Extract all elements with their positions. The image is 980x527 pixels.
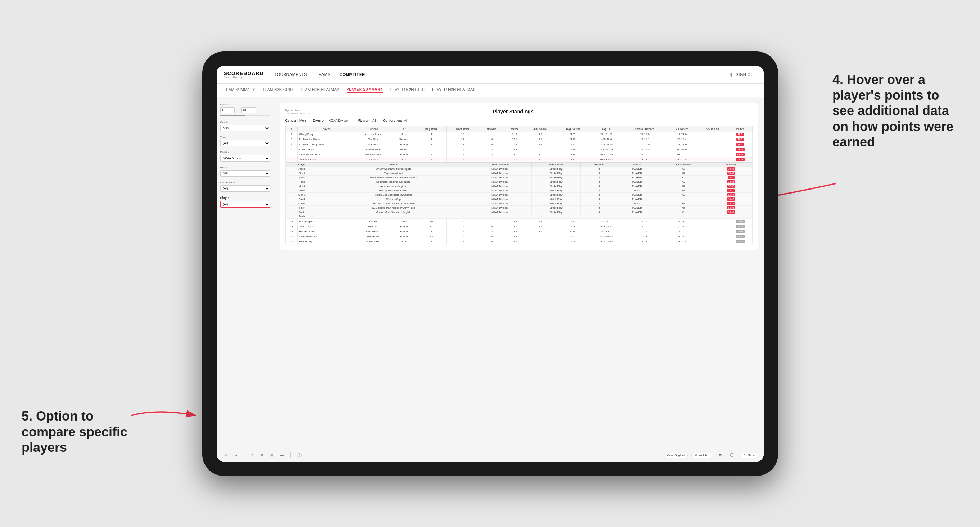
col-avg-par: Avg. to Par [556, 126, 590, 132]
col-num: # [285, 126, 298, 132]
update-date: 27/01/2024 16:56:26 [285, 112, 310, 115]
nav-committee[interactable]: COMMITTEE [339, 72, 365, 77]
points-badge-22: 40.68 [736, 220, 745, 223]
toolbar-copy[interactable]: ⧉ [258, 452, 265, 458]
filter-gender-value: Men [299, 119, 306, 122]
sign-out-link[interactable]: Sign out [736, 72, 756, 77]
no-rds-min-input[interactable] [220, 107, 235, 113]
nav-teams[interactable]: TEAMS [316, 72, 330, 77]
w-points-2: 53.60 [727, 171, 735, 175]
left-arrow [128, 405, 200, 426]
points-badge-26: 38.49 [736, 240, 745, 243]
sub-team-h2h-heatmap[interactable]: TEAM H2H HEATMAP [300, 88, 339, 92]
table-row: 24 Bastien Amat New Mexico Fourth 1 27 2… [285, 229, 752, 234]
eye-icon: 👁 [695, 454, 697, 457]
tooltip-row-2: Gordi Tiger Invitational NCAA Division I… [286, 171, 752, 175]
col-reg-rank: Reg Rank [416, 126, 447, 132]
sidebar-no-rds-section: No Rds. — [220, 103, 270, 116]
no-rds-max-input[interactable] [242, 107, 256, 113]
w-points-3: 46.7 [728, 176, 735, 179]
no-rds-slider[interactable] [220, 115, 270, 116]
toolbar-right: View: Original 👁 Watch ▾ ⚑ 💬 ↗ Share [663, 452, 758, 458]
sidebar-year-section: Year (All) [220, 136, 270, 146]
toolbar-comment[interactable]: 💬 [728, 452, 737, 458]
w-points-10: 56.38 [727, 206, 735, 210]
toolbar-grid[interactable]: ⊞ [268, 452, 275, 458]
sub-player-summary[interactable]: PLAYER SUMMARY [347, 87, 383, 93]
watch-label: Watch [699, 454, 707, 457]
col-no-rds: No Rds. [479, 126, 505, 132]
chevron-down-icon: ▾ [708, 454, 710, 457]
sub-player-h2h-heatmap[interactable]: PLAYER H2H HEATMAP [432, 88, 476, 92]
watch-btn[interactable]: 👁 Watch ▾ [691, 452, 713, 458]
w-points-8: 30.47 [727, 197, 735, 201]
toolbar-sep-1 [243, 452, 244, 458]
share-btn[interactable]: ↗ Share [740, 452, 758, 458]
player-select[interactable]: (All) [220, 201, 270, 208]
update-time-block: Update time: 27/01/2024 16:56:26 [285, 109, 310, 115]
points-badge-23: 40.27 [736, 225, 745, 228]
division-label: Division [220, 151, 270, 154]
col-conf-rank: Conf Rank [447, 126, 479, 132]
col-points: Points [728, 126, 752, 132]
view-original-btn[interactable]: View: Original [663, 452, 688, 458]
update-time-label: Update time: [285, 109, 310, 112]
w-points-9: 25.38 [727, 202, 735, 205]
table-row: 26 Petr Hruby Washington Fifth 7 23 0 69… [285, 239, 752, 244]
w-points-1: 20.64 [727, 167, 735, 170]
outer-wrapper: 5. Option to compare specific players 4.… [0, 0, 980, 527]
content-area: Update time: 27/01/2024 16:56:26 Player … [274, 97, 764, 449]
standings-card: Update time: 27/01/2024 16:56:26 Player … [280, 103, 758, 250]
filter-conference-value: All [404, 119, 407, 122]
card-header: Update time: 27/01/2024 16:56:26 Player … [285, 109, 752, 115]
table-row: 23 Jack Lundin Missouri Fourth 11 24 0 6… [285, 224, 752, 229]
sidebar-region-section: Region N/A [220, 166, 270, 177]
tooltip-row-3: Brent Wake Forest Invitational at Pinehu… [286, 175, 752, 179]
conference-select[interactable]: (All) [220, 185, 270, 192]
region-label: Region [220, 166, 270, 169]
tooltip-row-10: Tiger SEC Stroke Play hosted by Jerry Pa… [286, 205, 752, 210]
toolbar-redo[interactable]: ↪ [232, 452, 239, 458]
sidebar-player-section: Player (All) [220, 196, 270, 208]
table-row-highlighted: 6 Jackson Koivu Auburn First 2 27 1 67.5… [285, 157, 752, 162]
tooltip-row-9: Luke I SEC Match Play hosted by Jerry Pa… [286, 201, 752, 205]
toolbar-zoom-fit[interactable]: ⤢ [248, 452, 256, 458]
tablet-frame: SCOREBOARD Powered by clippi TOURNAMENTS… [202, 51, 778, 476]
w-points-4: 73.33 [727, 180, 735, 183]
col-overall: Overall Record [623, 126, 667, 132]
view-original-label: View: Original [667, 454, 684, 457]
tooltip-col-header: Player Event Event Division Event Type R… [286, 162, 752, 167]
sidebar-gender-section: Gender Men [220, 121, 270, 131]
col-school: School [354, 126, 392, 132]
player-sidebar-title: Player [220, 196, 270, 200]
tablet-screen: SCOREBOARD Powered by clippi TOURNAMENTS… [217, 66, 764, 462]
tooltip-row-11: Mattl Mirabei Maui Jim Intercollegiate N… [286, 210, 752, 214]
toolbar-dash[interactable]: — [278, 452, 286, 458]
toolbar-undo[interactable]: ↩ [222, 452, 229, 458]
sub-team-summary[interactable]: TEAM SUMMARY [224, 88, 256, 92]
filter-row: Gender: Men Division: NCAA Division I Re… [285, 119, 752, 122]
nav-tournaments[interactable]: TOURNAMENTS [275, 72, 307, 77]
col-vs50: Vs Top 50 [697, 126, 728, 132]
w-points-5: 37.57 [727, 184, 735, 188]
toolbar-flag[interactable]: ⚑ [717, 452, 724, 458]
toolbar-clock[interactable]: 🕐 [295, 452, 304, 458]
points-badge-1: 88.2 [737, 133, 744, 136]
annotation-left: 5. Option to compare specific players [22, 408, 130, 455]
table-row: 2 Michael La Sasso Ole Miss Second 1 18 … [285, 137, 752, 142]
tooltip-header-row: Player Event Event Division Event Type R… [285, 162, 752, 219]
logo-area: SCOREBOARD Powered by clippi [224, 71, 264, 78]
region-select[interactable]: N/A [220, 170, 270, 177]
points-badge-25: 39.95 [736, 235, 745, 238]
tooltip-row-1: Jacob UNCW Seahawk Intercollegiate NCAA … [286, 167, 752, 171]
year-select[interactable]: (All) [220, 140, 270, 146]
sidebar-division-section: Division NCAA Division I [220, 151, 270, 162]
table-row: 4 Luke Clanton Florida State Second 5 27… [285, 147, 752, 152]
conference-label: Conference [220, 181, 270, 184]
points-badge-2: 76.2 [737, 138, 744, 141]
points-badge-4: 66.34 [736, 148, 745, 151]
sub-player-h2h-grid[interactable]: PLAYER H2H GRID [390, 88, 425, 92]
sub-team-h2h-grid[interactable]: TEAM H2H GRID [262, 88, 293, 92]
gender-select[interactable]: Men [220, 125, 270, 131]
division-select[interactable]: NCAA Division I [220, 155, 270, 162]
